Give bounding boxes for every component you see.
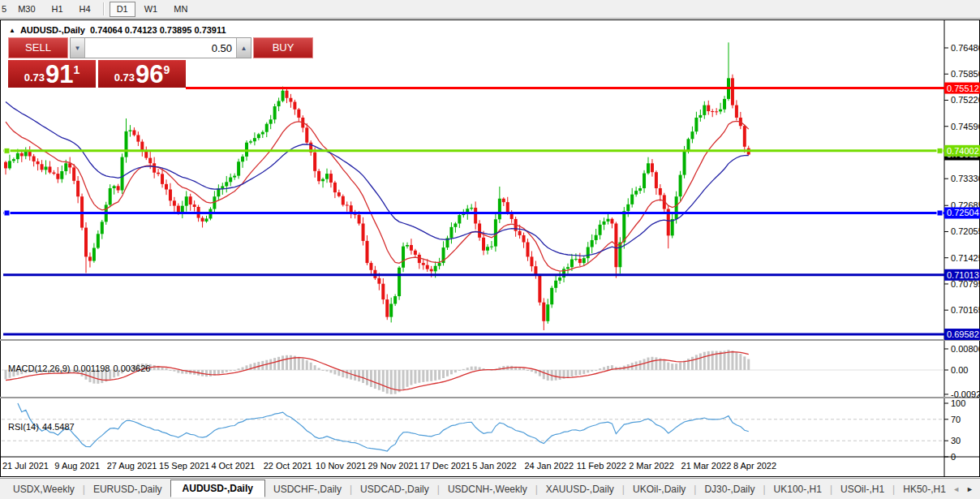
volume-decrease-button[interactable]: ▼ <box>71 38 85 58</box>
date-axis: 21 Jul 20219 Aug 202127 Aug 202115 Sep 2… <box>2 461 776 471</box>
collapse-icon[interactable]: ▲ <box>9 27 15 34</box>
svg-text:0.75220: 0.75220 <box>951 95 980 105</box>
tab-ukoil-daily[interactable]: UKOil-,Daily <box>625 481 694 497</box>
svg-text:0.72504: 0.72504 <box>947 208 979 217</box>
svg-text:0.74002: 0.74002 <box>947 146 979 156</box>
arrow-up-icon: ▲ <box>241 45 247 52</box>
svg-text:15 Sep 2021: 15 Sep 2021 <box>159 461 209 471</box>
svg-text:9 Aug 2021: 9 Aug 2021 <box>54 461 100 471</box>
tab-eurusd-daily[interactable]: EURUSD-,Daily <box>85 481 170 497</box>
tab-xauusd-daily[interactable]: XAUUSD-,Daily <box>538 481 622 497</box>
svg-text:2 Mar 2022: 2 Mar 2022 <box>629 461 674 471</box>
timeframe-button-m5-partial[interactable]: 5 <box>0 2 10 15</box>
svg-text:0.71013: 0.71013 <box>947 270 979 280</box>
svg-text:5 Jan 2022: 5 Jan 2022 <box>472 461 516 471</box>
tab-usdcnh-weekly[interactable]: USDCNH-,Weekly <box>440 481 535 497</box>
timeframe-button-mn[interactable]: MN <box>166 2 195 17</box>
sell-price-display[interactable]: 0.73911 <box>8 60 96 88</box>
chart-symbol-label: AUDUSD-,Daily <box>20 25 85 35</box>
tabs-scroll-left-icon[interactable]: ◄ <box>952 485 960 493</box>
volume-input[interactable] <box>85 38 236 58</box>
svg-text:0.71425: 0.71425 <box>951 253 980 263</box>
tab-audusd-daily[interactable]: AUDUSD-,Daily <box>170 480 265 497</box>
svg-text:0.73330: 0.73330 <box>951 174 980 183</box>
svg-text:29 Nov 2021: 29 Nov 2021 <box>368 461 418 471</box>
svg-text:21 Mar 2022: 21 Mar 2022 <box>681 461 732 471</box>
svg-text:70: 70 <box>951 415 961 424</box>
tabs-scroll-right-icon[interactable]: ► <box>966 485 974 493</box>
buy-button[interactable]: BUY <box>253 37 313 58</box>
svg-text:0.69582: 0.69582 <box>947 329 979 339</box>
tab-hk50-h1[interactable]: HK50-,H1 <box>895 481 946 497</box>
timeframe-button-h4[interactable]: H4 <box>72 2 98 17</box>
svg-text:0.76480: 0.76480 <box>951 43 980 53</box>
buy-price-main: 96 <box>135 63 163 86</box>
svg-text:0.70165: 0.70165 <box>951 305 980 315</box>
timeframe-button-d1[interactable]: D1 <box>110 2 135 17</box>
svg-text:22 Oct 2021: 22 Oct 2021 <box>264 461 312 471</box>
sell-price-prefix: 0.73 <box>24 71 45 84</box>
sell-button[interactable]: SELL <box>8 37 68 58</box>
svg-text:24 Jan 2022: 24 Jan 2022 <box>525 461 574 471</box>
svg-text:4 Oct 2021: 4 Oct 2021 <box>211 461 255 471</box>
svg-text:0.75850: 0.75850 <box>951 69 980 79</box>
rsi-label: RSI(14)44.5487 <box>8 422 78 432</box>
arrow-down-icon: ▼ <box>75 45 81 52</box>
chart-tab-bar: USDX,Weekly|EURUSD-,DailyAUDUSD-,DailyUS… <box>0 478 980 499</box>
buy-price-display[interactable]: 0.73969 <box>98 60 186 88</box>
svg-text:8 Apr 2022: 8 Apr 2022 <box>733 461 776 471</box>
svg-text:0.00: 0.00 <box>951 365 968 375</box>
svg-text:17 Dec 2021: 17 Dec 2021 <box>420 461 471 471</box>
svg-text:21 Jul 2021: 21 Jul 2021 <box>2 461 49 471</box>
svg-text:27 Aug 2021: 27 Aug 2021 <box>107 461 157 471</box>
tab-dj30-daily[interactable]: DJ30-,Daily <box>696 481 763 497</box>
sell-price-pip: 1 <box>74 63 80 76</box>
tab-usdcad-daily[interactable]: USDCAD-,Daily <box>352 481 437 497</box>
svg-text:0: 0 <box>951 452 956 462</box>
svg-text:30: 30 <box>951 436 961 445</box>
buy-price-pip: 9 <box>164 63 170 76</box>
svg-text:0.75512: 0.75512 <box>947 84 979 93</box>
timeframe-button-w1[interactable]: W1 <box>137 2 165 17</box>
timeframe-toolbar: 5 M30H1H4D1W1MN <box>0 0 980 19</box>
volume-increase-button[interactable]: ▲ <box>236 38 251 58</box>
svg-text:10 Nov 2021: 10 Nov 2021 <box>316 461 366 471</box>
tab-usdchf-daily[interactable]: USDCHF-,Daily <box>265 481 350 497</box>
chart-ohlc-values: 0.74064 0.74123 0.73895 0.73911 <box>90 25 226 35</box>
svg-text:0.008061: 0.008061 <box>951 344 980 354</box>
tab-uk100-h1[interactable]: UK100-,H1 <box>766 481 830 497</box>
svg-text:0.74590: 0.74590 <box>951 122 980 131</box>
sell-price-main: 91 <box>45 63 73 86</box>
tab-usdx-weekly[interactable]: USDX,Weekly <box>5 481 83 497</box>
tab-usoil-h1[interactable]: USOil-,H1 <box>832 481 892 497</box>
buy-price-prefix: 0.73 <box>114 71 135 84</box>
chart-title: ▲ AUDUSD-,Daily 0.74064 0.74123 0.73895 … <box>9 25 226 35</box>
one-click-trading-widget: SELL ▼ ▲ BUY 0.73911 0.73969 <box>8 37 186 88</box>
mt4-terminal: { "toolbar": { "partial_left": "5", "tim… <box>0 0 980 499</box>
svg-text:11 Feb 2022: 11 Feb 2022 <box>577 461 626 471</box>
toolbar-separator <box>103 2 105 15</box>
chart-canvas[interactable]: 0.764800.758500.752200.745900.733300.726… <box>0 19 980 499</box>
volume-spinner: ▼ ▲ <box>70 37 251 58</box>
macd-label: MACD(12,26,9)0.0011980.003626 <box>8 363 153 373</box>
svg-text:100: 100 <box>951 398 965 408</box>
timeframe-button-h1[interactable]: H1 <box>45 2 71 17</box>
svg-text:0.72055: 0.72055 <box>951 226 980 236</box>
timeframe-button-m30[interactable]: M30 <box>11 2 42 17</box>
